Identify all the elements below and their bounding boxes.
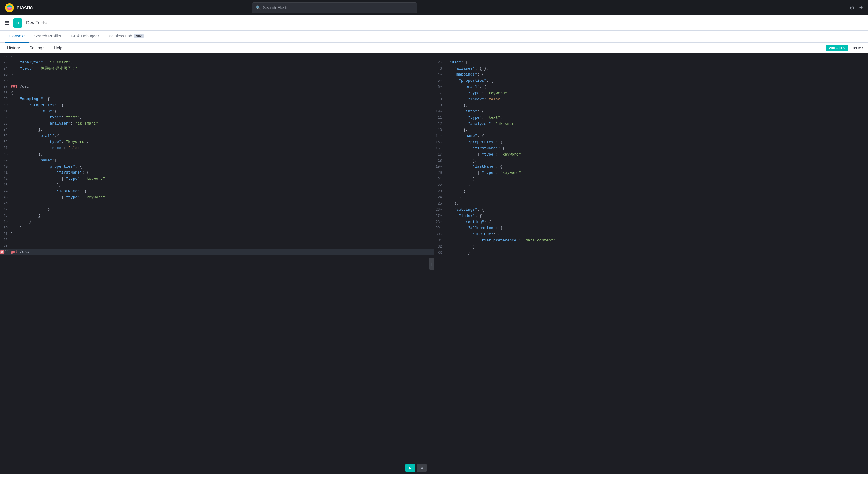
editor-line-51[interactable]: 51} [0,231,434,237]
line-content: } [11,231,434,237]
editor-line-48[interactable]: 48 } [0,213,434,219]
editor-line-22[interactable]: 22{ [0,54,434,60]
editor-line-41[interactable]: 41 "firstName": { [0,170,434,176]
settings-button[interactable]: Settings [27,44,47,51]
response-line-content: } [445,189,868,195]
line-number: 53 [0,243,11,249]
response-line-2[interactable]: 2▾ "dsc": { [434,60,868,66]
response-line-16[interactable]: 16▾ "firstName": { [434,146,868,152]
editor-line-35[interactable]: 35 "email":{ [0,133,434,139]
line-number: 37 [0,146,11,151]
response-line-number: 15▾ [434,139,445,145]
editor-line-32[interactable]: 32 "type": "text", [0,115,434,121]
response-line-11[interactable]: 11 "type": "text", [434,115,868,121]
editor-line-27[interactable]: 27PUT /dsc [0,84,434,90]
response-line-6[interactable]: 6▾ "email": { [434,84,868,90]
hamburger-button[interactable]: ☰ [5,20,9,26]
editor-line-50[interactable]: 50 } [0,225,434,231]
elastic-logo-text: elastic [17,5,33,11]
response-line-15[interactable]: 15▾ "properties": { [434,139,868,146]
tab-grok-debugger[interactable]: Grok Debugger [66,31,104,42]
response-line-content: "allocation": { [445,225,868,231]
editor-line-53[interactable]: 53 [0,243,434,249]
editor-line-26[interactable]: 26 [0,78,434,84]
response-line-26[interactable]: 26▾ "settings": { [434,207,868,213]
editor-line-38[interactable]: 38 }, [0,152,434,158]
response-line-14[interactable]: 14▾ "name": { [434,133,868,139]
editor-line-45[interactable]: 45 | "type": "keyword" [0,194,434,201]
response-line-33[interactable]: 33 } [434,250,868,256]
line-content: { [11,54,434,60]
tab-painless-lab[interactable]: Painless Lab true [104,31,149,42]
editor-line-33[interactable]: 33 "analyzer": "ik_smart" [0,121,434,127]
top-nav-right: ⊙ ✦ [850,4,863,11]
response-line-28[interactable]: 28▾ "routing": { [434,219,868,225]
editor-line-54[interactable]: ✕54get /dsc [0,249,434,255]
help-button[interactable]: Help [51,44,65,51]
tab-search-profiler[interactable]: Search Profiler [29,31,66,42]
editor-line-25[interactable]: 25} [0,72,434,78]
copy-curl-button[interactable]: ⚙ [417,464,427,472]
editor-pane[interactable]: 22{23 "analyzer": "ik_smart",24 "text": … [0,54,434,474]
line-content: "index": false [11,145,434,152]
response-line-13[interactable]: 13 }, [434,127,868,133]
response-line-17[interactable]: 17 | "type": "keyword" [434,152,868,158]
line-number: 35 [0,133,11,139]
editor-line-42[interactable]: 42 | "type": "keyword" [0,176,434,182]
editor-line-29[interactable]: 29 "mappings": { [0,96,434,102]
editor-line-31[interactable]: 31 "info":{ [0,108,434,115]
response-line-4[interactable]: 4▾ "mappings": { [434,72,868,78]
response-line-22[interactable]: 22 } [434,183,868,189]
editor-line-30[interactable]: 30 "properties": { [0,102,434,108]
response-line-31[interactable]: 31 "_tier_preference": "data_content" [434,237,868,244]
response-line-19[interactable]: 19▾ "lastName": { [434,164,868,170]
response-line-8[interactable]: 8 "index": false [434,97,868,103]
response-line-24[interactable]: 24 } [434,194,868,201]
editor-code-area[interactable]: 22{23 "analyzer": "ik_smart",24 "text": … [0,54,434,474]
response-line-30[interactable]: 30▾ "include": { [434,231,868,237]
editor-line-46[interactable]: 46 } [0,200,434,206]
response-line-32[interactable]: 32 } [434,244,868,250]
editor-line-28[interactable]: 28{ [0,90,434,96]
line-content: "analyzer": "ik_smart", [11,60,434,66]
response-line-12[interactable]: 12 "analyzer": "ik_smart" [434,121,868,127]
response-line-10[interactable]: 10▾ "info": { [434,108,868,115]
response-line-29[interactable]: 29▾ "allocation": { [434,225,868,231]
user-icon[interactable]: ✦ [859,4,863,11]
elastic-logo[interactable]: elastic [5,3,33,12]
pane-divider[interactable]: ‖ [429,258,434,270]
history-button[interactable]: History [5,44,23,51]
response-pane[interactable]: 1{2▾ "dsc": {3 "aliases": { },4▾ "mappin… [434,54,868,474]
response-line-9[interactable]: 9 }, [434,102,868,108]
editor-line-36[interactable]: 36 "type": "keyword", [0,139,434,145]
response-line-1[interactable]: 1{ [434,54,868,60]
editor-line-24[interactable]: 24 "text": "你最好不是小黑子！" [0,66,434,72]
editor-line-39[interactable]: 39 "name":{ [0,158,434,164]
response-line-20[interactable]: 20 | "type": "keyword" [434,170,868,176]
editor-line-23[interactable]: 23 "analyzer": "ik_smart", [0,60,434,66]
editor-line-40[interactable]: 40 "properties": { [0,164,434,170]
line-number: 28 [0,90,11,96]
editor-line-34[interactable]: 34 }, [0,127,434,133]
notification-icon[interactable]: ⊙ [850,4,854,11]
editor-line-52[interactable]: 52 [0,237,434,243]
tab-console[interactable]: Console [5,31,29,42]
editor-line-37[interactable]: 37 "index": false [0,145,434,152]
line-content: "analyzer": "ik_smart" [11,121,434,127]
response-line-25[interactable]: 25 }, [434,201,868,207]
editor-line-49[interactable]: 49 } [0,219,434,225]
editor-line-43[interactable]: 43 }, [0,182,434,188]
response-line-23[interactable]: 23 } [434,189,868,195]
response-line-7[interactable]: 7 "type": "keyword", [434,90,868,97]
response-line-27[interactable]: 27▾ "index": { [434,213,868,219]
editor-line-47[interactable]: 47 } [0,206,434,213]
line-number: 43 [0,183,11,188]
response-line-5[interactable]: 5▾ "properties": { [434,78,868,84]
editor-line-44[interactable]: 44 "lastName": { [0,188,434,194]
search-bar[interactable]: 🔍 Search Elastic [252,2,417,13]
response-line-3[interactable]: 3 "aliases": { }, [434,66,868,72]
run-button[interactable]: ▶ [405,464,415,472]
response-code-area[interactable]: 1{2▾ "dsc": {3 "aliases": { },4▾ "mappin… [434,54,868,474]
response-line-21[interactable]: 21 } [434,176,868,183]
response-line-18[interactable]: 18 }, [434,158,868,164]
